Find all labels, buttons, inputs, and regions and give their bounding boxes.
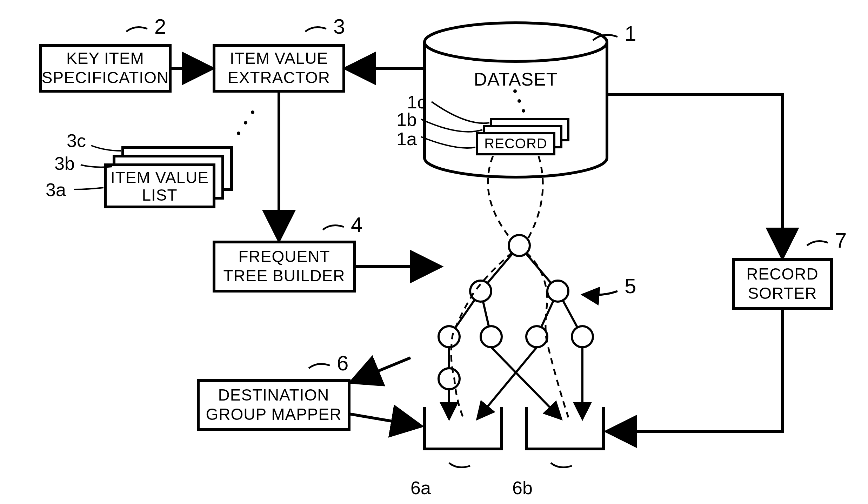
frequent-tree-builder-line1: FREQUENT	[239, 247, 330, 266]
label-1a: 1a	[396, 129, 417, 149]
svg-line-35	[477, 347, 537, 419]
svg-point-32	[439, 368, 460, 389]
svg-point-26	[470, 281, 491, 302]
frequent-tree-builder-line2: TREE BUILDER	[223, 267, 345, 285]
arrow-7-to-buckets	[607, 309, 782, 431]
item-value-list-stack: ITEM VALUE LIST 3a 3b 3c	[46, 130, 232, 207]
item-value-extractor-line2: EXTRACTOR	[228, 68, 330, 87]
label-3b: 3b	[54, 153, 75, 174]
label-6a: 6a	[410, 478, 431, 498]
label-1b: 1b	[396, 109, 417, 130]
svg-point-31	[572, 326, 593, 347]
label-1: 1	[625, 22, 636, 45]
label-3a: 3a	[46, 180, 66, 200]
label-5: 5	[625, 274, 636, 298]
svg-point-29	[481, 326, 502, 347]
svg-point-13	[244, 121, 247, 125]
arrow-6-to-buckets	[349, 414, 421, 426]
box-destination-group-mapper: DESTINATION GROUP MAPPER 6	[198, 351, 349, 430]
arrow-1-to-7	[607, 95, 782, 258]
label-3: 3	[333, 15, 345, 38]
svg-point-4	[518, 99, 521, 103]
tree-graph	[439, 235, 593, 389]
dataset-cylinder: DATASET 1 RECORD 1a 1b 1c	[396, 22, 636, 177]
diagram-canvas: KEY ITEM SPECIFICATION 2 ITEM VALUE EXTR…	[0, 0, 868, 504]
bucket-6b: 6b	[512, 407, 603, 498]
svg-point-30	[526, 326, 547, 347]
record-label: RECORD	[484, 136, 547, 151]
destination-group-mapper-line1: DESTINATION	[218, 386, 329, 404]
label-1c: 1c	[407, 92, 426, 112]
bucket-6a: 6a	[410, 407, 502, 498]
destination-group-mapper-line2: GROUP MAPPER	[206, 405, 342, 423]
record-sorter-line2: SORTER	[748, 284, 817, 302]
svg-point-3	[513, 89, 517, 93]
svg-point-14	[237, 132, 240, 135]
dataset-label: DATASET	[474, 69, 557, 89]
key-item-spec-line1: KEY ITEM	[66, 49, 144, 67]
svg-point-12	[251, 110, 254, 114]
svg-point-2	[425, 23, 607, 61]
item-value-list-line2: LIST	[142, 186, 177, 204]
label-3c: 3c	[67, 130, 86, 151]
label-2: 2	[154, 15, 166, 38]
arrow-5-to-6	[351, 358, 410, 382]
label-4: 4	[351, 213, 362, 236]
svg-point-28	[439, 326, 460, 347]
box-frequent-tree-builder: FREQUENT TREE BUILDER 4	[214, 213, 362, 291]
svg-point-27	[547, 281, 568, 302]
item-value-extractor-line1: ITEM VALUE	[230, 49, 328, 67]
box-key-item-specification: KEY ITEM SPECIFICATION 2	[40, 15, 170, 91]
item-value-list-line1: ITEM VALUE	[111, 168, 209, 187]
key-item-spec-line2: SPECIFICATION	[42, 68, 169, 87]
dots-3-to-list	[237, 110, 254, 135]
leaf-to-bucket-arrows	[449, 347, 582, 419]
svg-point-5	[522, 109, 525, 113]
label-6: 6	[337, 351, 348, 375]
record-sorter-line1: RECORD	[746, 265, 818, 283]
label-6b: 6b	[512, 478, 533, 498]
box-record-sorter: RECORD SORTER 7	[733, 229, 847, 309]
label-7: 7	[835, 229, 847, 252]
label-5-group: 5	[582, 274, 636, 298]
box-item-value-extractor: ITEM VALUE EXTRACTOR 3	[214, 15, 345, 91]
